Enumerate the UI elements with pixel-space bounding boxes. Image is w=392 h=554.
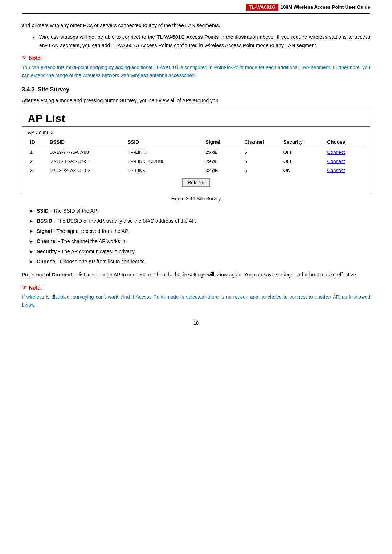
press-text: Press one of Connect in list to select a… <box>22 271 370 279</box>
col-header-choose: Choose <box>325 137 364 147</box>
note-section-2: ☞ Note: If wireless is disabled, surveyi… <box>22 284 370 309</box>
refresh-button[interactable]: Refresh <box>182 178 210 187</box>
section-intro: After selecting a mode and pressing butt… <box>22 97 370 104</box>
ap-table: ID BSSID SSID Signal Channel Security Ch… <box>28 137 364 175</box>
note-icon-2: ☞ <box>22 284 27 291</box>
note-icon-1: ☞ <box>22 54 27 61</box>
cell-ssid: TP-LINK_137B00 <box>125 157 203 166</box>
desc-item: ➤ Choose - Choose one AP from list to co… <box>29 258 370 266</box>
cell-choose[interactable]: Connect <box>325 147 364 157</box>
cell-id: 1 <box>28 147 48 157</box>
col-header-bssid: BSSID <box>48 137 126 147</box>
section-heading: 3.4.3 Site Survey <box>22 86 370 93</box>
desc-item: ➤ SSID - The SSID of the AP. <box>29 207 370 215</box>
model-label: TL-WA601G <box>246 4 278 11</box>
desc-text: Channel - The channel the AP works in. <box>37 238 127 245</box>
cell-channel: 6 <box>242 157 281 166</box>
ap-count: AP Count: 3 <box>28 130 364 135</box>
desc-term: Channel <box>37 238 57 244</box>
desc-term: Security <box>37 249 57 254</box>
desc-term: SSID <box>37 208 49 214</box>
note-text-2: If wireless is disabled, surveying can't… <box>22 293 370 309</box>
cell-id: 2 <box>28 157 48 166</box>
arrow-icon: ➤ <box>29 228 33 235</box>
cell-signal: 32 dB <box>203 166 242 175</box>
ap-list-container: AP List AP Count: 3 ID BSSID SSID Signal… <box>22 109 370 192</box>
col-header-ssid: SSID <box>125 137 203 147</box>
arrow-icon: ➤ <box>29 218 33 225</box>
desc-list: ➤ SSID - The SSID of the AP. ➤ BSSID - T… <box>29 207 370 266</box>
col-header-id: ID <box>28 137 48 147</box>
cell-choose[interactable]: Connect <box>325 166 364 175</box>
desc-item: ➤ Security - The AP communicates in priv… <box>29 248 370 255</box>
note-label-1: ☞ Note: <box>22 54 370 61</box>
desc-text: SSID - The SSID of the AP. <box>37 207 98 215</box>
col-header-channel: Channel <box>242 137 281 147</box>
cell-id: 3 <box>28 166 48 175</box>
cell-signal: 29 dB <box>203 157 242 166</box>
page-number: 18 <box>22 320 370 326</box>
bullet-list: Wireless stations will not be able to co… <box>33 33 370 49</box>
cell-ssid: TP-LINK <box>125 147 203 157</box>
cell-bssid: 00-19-77-75-67-88 <box>48 147 126 157</box>
col-header-security: Security <box>281 137 325 147</box>
refresh-row: Refresh <box>28 178 364 187</box>
figure-caption: Figure 3-11 Site Survey <box>22 196 370 201</box>
cell-bssid: 00-18-84-A3-C1-51 <box>48 157 126 166</box>
table-row: 3 00-18-84-A3-C1-52 TP-LINK 32 dB 6 ON C… <box>28 166 364 175</box>
note-text-1: You can extend this multi-point bridging… <box>22 63 370 80</box>
desc-text: Signal - The signal received from the AP… <box>37 227 129 235</box>
table-row: 1 00-19-77-75-67-88 TP-LINK 25 dB 6 OFF … <box>28 147 364 157</box>
desc-term: BSSID <box>37 218 52 224</box>
arrow-icon: ➤ <box>29 258 33 266</box>
desc-term: Signal <box>37 228 52 234</box>
page-header: TL-WA601G 108M Wireless Access Point Use… <box>22 0 370 14</box>
desc-text: Choose - Choose one AP from list to conn… <box>37 258 146 266</box>
header-title: 108M Wireless Access Point User Guide <box>281 4 370 10</box>
col-header-signal: Signal <box>203 137 242 147</box>
desc-item: ➤ Signal - The signal received from the … <box>29 227 370 235</box>
ap-list-body: AP Count: 3 ID BSSID SSID Signal Channel… <box>22 127 370 192</box>
note-section-1: ☞ Note: You can extend this multi-point … <box>22 54 370 80</box>
desc-item: ➤ Channel - The channel the AP works in. <box>29 238 370 245</box>
desc-text: Security - The AP communicates in privac… <box>37 248 136 255</box>
cell-security: ON <box>281 166 325 175</box>
cell-bssid: 00-18-84-A3-C1-52 <box>48 166 126 175</box>
ap-list-title: AP List <box>22 109 370 127</box>
desc-term: Choose <box>37 259 55 264</box>
cell-security: OFF <box>281 157 325 166</box>
cell-signal: 25 dB <box>203 147 242 157</box>
arrow-icon: ➤ <box>29 248 33 255</box>
note-label-2: ☞ Note: <box>22 284 370 291</box>
cell-channel: 6 <box>242 166 281 175</box>
cell-security: OFF <box>281 147 325 157</box>
arrow-icon: ➤ <box>29 208 33 215</box>
cell-ssid: TP-LINK <box>125 166 203 175</box>
desc-text: BSSID - The BSSID of the AP, usually als… <box>37 217 196 225</box>
table-row: 2 00-18-84-A3-C1-51 TP-LINK_137B00 29 dB… <box>28 157 364 166</box>
intro-text: and printers with any other PCs or serve… <box>22 21 370 29</box>
desc-item: ➤ BSSID - The BSSID of the AP, usually a… <box>29 217 370 225</box>
table-header-row: ID BSSID SSID Signal Channel Security Ch… <box>28 137 364 147</box>
bullet-item-1: Wireless stations will not be able to co… <box>33 33 370 49</box>
cell-channel: 6 <box>242 147 281 157</box>
cell-choose[interactable]: Connect <box>325 157 364 166</box>
arrow-icon: ➤ <box>29 238 33 245</box>
